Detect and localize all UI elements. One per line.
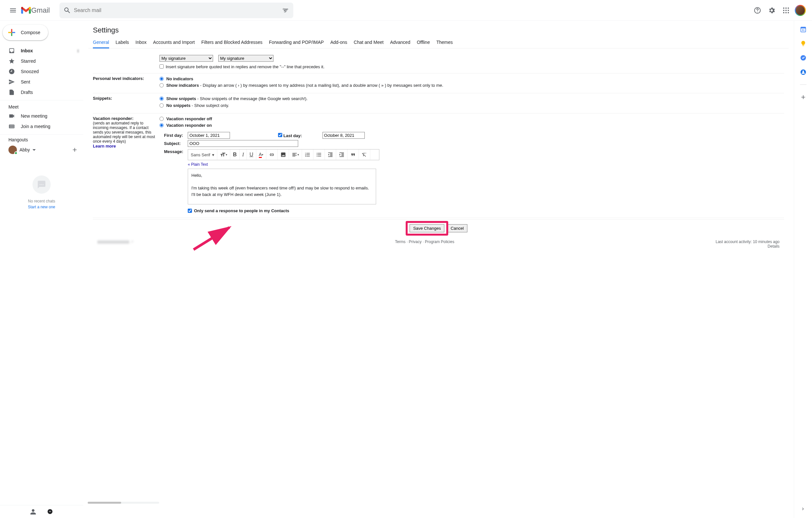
underline-button[interactable]: U xyxy=(247,149,256,160)
plain-text-link[interactable]: « Plain Text xyxy=(188,162,208,167)
vacation-off-radio[interactable] xyxy=(160,117,164,121)
tab-themes[interactable]: Themes xyxy=(436,37,453,48)
message-toolbar: Sans Serif▾ ▾ B I U A▾ ▾ xyxy=(188,149,379,160)
text-color-button[interactable]: A▾ xyxy=(256,149,266,160)
search-box[interactable] xyxy=(59,3,293,18)
terms-link[interactable]: Terms xyxy=(395,240,406,244)
message-body[interactable]: Hello, I'm taking this week off (even fr… xyxy=(188,169,376,205)
hangouts-user[interactable]: Abby xyxy=(0,144,44,156)
person-icon[interactable] xyxy=(30,509,36,515)
signature-select-1[interactable]: My signature xyxy=(160,55,213,62)
vacation-on-radio[interactable] xyxy=(160,123,164,127)
details-link[interactable]: Details xyxy=(767,244,780,249)
compose-button[interactable]: Compose xyxy=(3,25,48,40)
privacy-link[interactable]: Privacy xyxy=(409,240,422,244)
sidebar-item-drafts[interactable]: Drafts xyxy=(0,87,83,98)
bullet-list-button[interactable] xyxy=(313,149,325,160)
signature-checkbox-label: Insert signature before quoted text in r… xyxy=(166,64,324,69)
add-addon-icon[interactable] xyxy=(800,94,807,101)
cancel-button[interactable]: Cancel xyxy=(447,224,467,233)
horizontal-scrollbar[interactable] xyxy=(88,502,159,504)
signature-placement-checkbox[interactable] xyxy=(160,64,164,69)
quote-button[interactable] xyxy=(348,149,359,160)
image-button[interactable] xyxy=(278,149,289,160)
policies-link[interactable]: Program Policies xyxy=(425,240,455,244)
tab-offline[interactable]: Offline xyxy=(417,37,430,48)
keep-icon[interactable] xyxy=(800,40,807,47)
rail-toggle[interactable] xyxy=(799,505,807,513)
support-button[interactable] xyxy=(751,4,764,17)
numbered-list-button[interactable] xyxy=(302,149,313,160)
indent-more-button[interactable] xyxy=(336,149,348,160)
snippets-show-radio[interactable] xyxy=(160,97,164,101)
tab-general[interactable]: General xyxy=(93,37,109,48)
remove-formatting-button[interactable] xyxy=(359,149,370,160)
inbox-icon xyxy=(8,48,15,54)
account-button[interactable] xyxy=(794,4,807,17)
activity-text: Last account activity: 10 minutes ago xyxy=(716,240,780,244)
keyboard-icon xyxy=(8,123,15,130)
snippets-none-radio[interactable] xyxy=(160,103,164,108)
sidebar-item-snoozed[interactable]: Snoozed xyxy=(0,66,83,77)
main-container: Compose Inbox ▮ Starred Snoozed Sent Dra… xyxy=(0,21,812,518)
svg-point-21 xyxy=(802,71,804,72)
first-day-input[interactable] xyxy=(188,132,230,139)
sidebar: Compose Inbox ▮ Starred Snoozed Sent Dra… xyxy=(0,21,83,518)
tab-accounts[interactable]: Accounts and Import xyxy=(153,37,195,48)
sidebar-item-sent[interactable]: Sent xyxy=(0,77,83,87)
search-options-icon[interactable] xyxy=(282,6,289,14)
search-icon xyxy=(63,6,71,14)
svg-point-6 xyxy=(785,7,787,9)
storage-info-blurred: ▮▮▮▮▮▮▮▮▮▮▮▮▮▮ ↗ xyxy=(97,240,134,249)
sidebar-item-join-meeting[interactable]: Join a meeting xyxy=(0,121,83,132)
signature-select-2[interactable]: My signature xyxy=(218,55,273,62)
svg-point-1 xyxy=(286,10,287,11)
tab-filters[interactable]: Filters and Blocked Addresses xyxy=(201,37,262,48)
tab-addons[interactable]: Add-ons xyxy=(330,37,347,48)
indicators-none-radio[interactable] xyxy=(160,77,164,81)
new-chat-plus-icon[interactable] xyxy=(71,146,78,153)
align-button[interactable]: ▾ xyxy=(289,149,302,160)
sidebar-item-label: Drafts xyxy=(21,90,33,95)
svg-point-8 xyxy=(783,10,784,11)
tab-inbox[interactable]: Inbox xyxy=(136,37,146,48)
tab-advanced[interactable]: Advanced xyxy=(390,37,410,48)
last-day-input[interactable] xyxy=(322,132,365,139)
tab-labels[interactable]: Labels xyxy=(116,37,129,48)
calendar-icon[interactable]: 31 xyxy=(800,26,807,32)
video-icon xyxy=(8,113,15,119)
tab-chat[interactable]: Chat and Meet xyxy=(354,37,384,48)
svg-point-14 xyxy=(48,509,53,514)
link-button[interactable] xyxy=(266,149,278,160)
sidebar-item-new-meeting[interactable]: New meeting xyxy=(0,111,83,121)
italic-button[interactable]: I xyxy=(240,149,247,160)
dropdown-icon xyxy=(32,148,36,152)
main-menu-button[interactable] xyxy=(5,3,21,18)
indent-less-button[interactable] xyxy=(325,149,336,160)
apps-button[interactable] xyxy=(780,4,792,17)
start-new-chat-link[interactable]: Start a new one xyxy=(6,205,77,209)
tab-forwarding[interactable]: Forwarding and POP/IMAP xyxy=(269,37,324,48)
sidebar-item-starred[interactable]: Starred xyxy=(0,56,83,66)
subject-input[interactable] xyxy=(188,140,298,147)
font-size-button[interactable]: ▾ xyxy=(217,149,230,160)
tasks-icon[interactable] xyxy=(800,55,807,61)
vacation-learn-more-link[interactable]: Learn more xyxy=(93,144,116,148)
contacts-only-label: Only send a response to people in my Con… xyxy=(194,208,289,213)
vacation-label: Vacation responder: xyxy=(93,116,160,121)
last-day-checkbox[interactable] xyxy=(278,133,282,137)
save-button[interactable]: Save Changes xyxy=(410,224,444,233)
indicators-show-radio[interactable] xyxy=(160,83,164,87)
sidebar-item-label: Sent xyxy=(21,79,30,84)
contacts-only-checkbox[interactable] xyxy=(188,209,192,213)
font-select[interactable]: Sans Serif▾ xyxy=(188,149,217,160)
settings-button[interactable] xyxy=(765,4,778,17)
hangouts-bubble-icon[interactable] xyxy=(47,509,53,515)
svg-point-7 xyxy=(788,7,789,9)
gmail-logo[interactable]: Gmail xyxy=(21,6,50,15)
contacts-icon[interactable] xyxy=(800,69,807,75)
search-input[interactable] xyxy=(71,7,282,13)
sidebar-item-inbox[interactable]: Inbox ▮ xyxy=(0,46,83,56)
svg-rect-17 xyxy=(801,27,806,28)
bold-button[interactable]: B xyxy=(230,149,240,160)
